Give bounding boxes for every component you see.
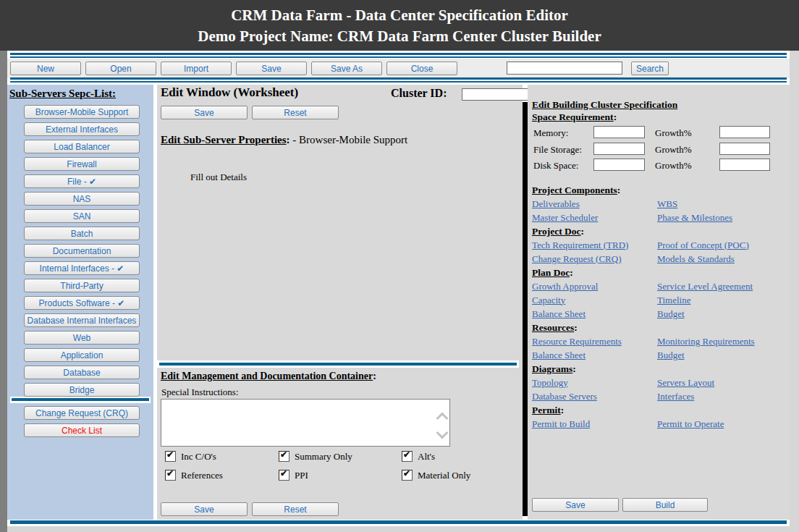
disk-space-input[interactable] xyxy=(593,159,645,171)
open-button[interactable]: Open xyxy=(85,62,156,75)
link-proof-of-concept[interactable]: Proof of Concept (POC) xyxy=(657,240,787,251)
memory-input[interactable] xyxy=(593,126,645,138)
management-heading-text: Edit Management and Documentation Contai… xyxy=(161,371,373,381)
diagrams-heading: Diagrams: xyxy=(532,362,787,376)
sidebar-item-batch[interactable]: Batch xyxy=(24,227,140,240)
link-balance-sheet-plan[interactable]: Balance Sheet xyxy=(532,308,657,320)
file-storage-input[interactable] xyxy=(593,143,645,155)
link-change-request[interactable]: Change Request (CRQ) xyxy=(532,253,657,265)
app-header: CRM Data Farm - Data Center Specificatio… xyxy=(0,0,799,51)
worksheet-save-button[interactable]: Save xyxy=(161,106,248,119)
link-topology[interactable]: Topology xyxy=(532,377,657,389)
disk-space-growth-input[interactable] xyxy=(719,159,770,171)
special-instructions-textarea[interactable] xyxy=(161,399,450,447)
sidebar-item-third-party[interactable]: Third-Party xyxy=(24,279,140,292)
import-button[interactable]: Import xyxy=(161,62,232,75)
management-heading-colon: : xyxy=(373,371,376,381)
inc-cos-checkbox[interactable] xyxy=(165,451,176,462)
link-budget-plan[interactable]: Budget xyxy=(657,308,787,320)
new-button[interactable]: New xyxy=(10,62,81,75)
link-database-servers[interactable]: Database Servers xyxy=(532,391,657,402)
bottom-rule xyxy=(10,520,787,524)
management-reset-button[interactable]: Reset xyxy=(252,502,339,516)
link-master-scheduler[interactable]: Master Scheduler xyxy=(532,212,657,224)
toolbar-rule-thin xyxy=(10,81,787,83)
link-capacity[interactable]: Capacity xyxy=(532,295,657,306)
material-only-checkbox[interactable] xyxy=(402,470,413,481)
link-permit-to-operate[interactable]: Permit to Operate xyxy=(657,418,787,430)
sidebar-item-internal-interfaces[interactable]: Internal Interfaces - ✔ xyxy=(24,261,140,275)
project-doc-heading: Project Doc: xyxy=(532,224,787,238)
alts-checkbox[interactable] xyxy=(402,451,413,462)
fill-out-details-text: Fill out Details xyxy=(190,172,247,183)
app-title: CRM Data Farm - Data Center Specificatio… xyxy=(0,5,799,26)
sidebar-item-bridge[interactable]: Bridge xyxy=(24,383,140,397)
sidebar-item-application[interactable]: Application xyxy=(24,348,140,362)
disk-space-label: Disk Space: xyxy=(533,160,578,172)
link-balance-sheet-resources[interactable]: Balance Sheet xyxy=(532,350,657,361)
management-save-button[interactable]: Save xyxy=(161,502,248,516)
close-button[interactable]: Close xyxy=(386,62,457,75)
sidebar-item-firewall[interactable]: Firewall xyxy=(24,157,140,171)
permit-heading: Permit: xyxy=(532,403,787,417)
memory-growth-label: Growth% xyxy=(655,127,692,139)
link-wbs[interactable]: WBS xyxy=(657,198,787,210)
sub-server-properties-value: - Browser-Mobile Support xyxy=(290,134,408,145)
sidebar-item-external-interfaces[interactable]: External Interfaces xyxy=(24,122,140,136)
sidebar-item-products-software[interactable]: Products Software - ✔ xyxy=(24,296,140,310)
search-button[interactable]: Search xyxy=(631,62,669,75)
sub-server-properties-line: Edit Sub-Server Properties: - Browser-Mo… xyxy=(161,134,407,146)
sidebar-item-browser-mobile-support[interactable]: Browser-Mobile Support xyxy=(24,105,140,119)
link-permit-to-build[interactable]: Permit to Build xyxy=(532,418,657,430)
file-storage-growth-input[interactable] xyxy=(719,143,770,155)
sidebar-item-database-internal-interfaces[interactable]: Database Internal Interfaces xyxy=(24,313,140,327)
sidebar-item-database[interactable]: Database xyxy=(24,366,140,379)
project-components-heading: Project Components: xyxy=(532,183,787,197)
plan-doc-heading: Plan Doc: xyxy=(532,266,787,279)
memory-growth-input[interactable] xyxy=(719,126,770,138)
link-timeline[interactable]: Timeline xyxy=(657,295,787,306)
link-service-level-agreement[interactable]: Service Level Agreement xyxy=(657,281,787,292)
resources-heading: Resources: xyxy=(532,321,787,334)
link-phase-milestones[interactable]: Phase & Milestones xyxy=(657,212,787,224)
edit-window-panel: Edit Window (Worksheet) Cluster ID: Save… xyxy=(157,85,523,520)
left-margin xyxy=(0,51,7,532)
save-as-button[interactable]: Save As xyxy=(311,62,382,75)
sidebar-item-load-balancer[interactable]: Load Balancer xyxy=(24,140,140,153)
link-servers-layout[interactable]: Servers Layout xyxy=(657,377,787,389)
link-budget-resources[interactable]: Budget xyxy=(657,350,787,361)
alts-label: Alt's xyxy=(418,451,435,463)
ppi-label: PPI xyxy=(295,470,308,481)
cluster-spec-heading-text: Edit Building Cluster Specification xyxy=(532,99,677,110)
link-models-standards[interactable]: Models & Standards xyxy=(657,253,787,265)
file-storage-row: File Storage: Growth% xyxy=(533,143,787,156)
references-checkbox[interactable] xyxy=(165,470,176,481)
sidebar-item-san[interactable]: SAN xyxy=(24,209,140,223)
memory-row: Memory: Growth% xyxy=(533,126,787,140)
link-resource-requirements[interactable]: Resource Requirements xyxy=(532,336,657,347)
sidebar-item-web[interactable]: Web xyxy=(24,331,140,345)
sidebar-item-nas[interactable]: NAS xyxy=(24,192,140,206)
sidebar-item-documentation[interactable]: Documentation xyxy=(24,244,140,258)
app-root: CRM Data Farm - Data Center Specificatio… xyxy=(0,0,799,532)
cluster-save-button[interactable]: Save xyxy=(532,498,619,512)
sub-servers-sidebar: Sub-Servers Sepc-List: Browser-Mobile Su… xyxy=(7,85,153,520)
link-monitoring-requirements[interactable]: Monitoring Requirements xyxy=(657,336,787,347)
edit-window-title: Edit Window (Worksheet) xyxy=(161,85,298,100)
link-deliverables[interactable]: Deliverables xyxy=(532,198,657,210)
check-list-button[interactable]: Check List xyxy=(24,423,140,437)
search-input[interactable] xyxy=(507,62,622,75)
sidebar-item-file[interactable]: File - ✔ xyxy=(24,174,140,188)
sub-server-properties-heading: Edit Sub-Server Properties xyxy=(161,134,287,145)
save-button[interactable]: Save xyxy=(236,62,307,75)
options-checkbox-grid: Inc C/O's Summary Only Alt's References … xyxy=(165,451,470,481)
cluster-build-button[interactable]: Build xyxy=(622,498,708,512)
link-tech-requirement[interactable]: Tech Requirement (TRD) xyxy=(532,240,657,251)
link-growth-approval[interactable]: Growth Approval xyxy=(532,281,657,292)
ppi-checkbox[interactable] xyxy=(279,470,289,481)
worksheet-reset-button[interactable]: Reset xyxy=(252,106,339,119)
management-divider-rule xyxy=(159,363,517,366)
change-request-button[interactable]: Change Request (CRQ) xyxy=(24,406,140,420)
link-interfaces[interactable]: Interfaces xyxy=(657,391,787,402)
summary-only-checkbox[interactable] xyxy=(279,451,289,462)
